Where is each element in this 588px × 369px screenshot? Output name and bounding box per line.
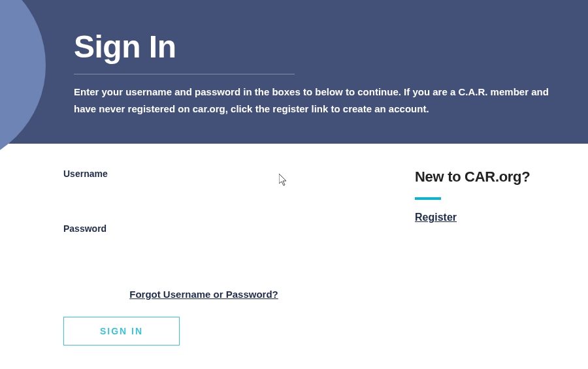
instructions-text: Enter your username and password in the … xyxy=(74,84,557,118)
main-panel: Username Password Forgot Username or Pas… xyxy=(49,144,588,365)
signin-form: Username Password Forgot Username or Pas… xyxy=(63,168,357,345)
forgot-link[interactable]: Forgot Username or Password? xyxy=(63,289,344,300)
sidebar: New to CAR.org? Register xyxy=(415,168,530,345)
password-label: Password xyxy=(63,223,357,234)
page-title: Sign In xyxy=(74,29,562,65)
signin-button[interactable]: SIGN IN xyxy=(63,317,180,345)
sidebar-underline xyxy=(415,197,441,200)
header-content: Sign In Enter your username and password… xyxy=(74,29,562,118)
username-field-group: Username xyxy=(63,168,357,202)
username-input[interactable] xyxy=(63,183,357,202)
password-field-group: Password xyxy=(63,223,357,257)
password-input[interactable] xyxy=(63,238,357,257)
register-link[interactable]: Register xyxy=(415,212,457,223)
sidebar-heading: New to CAR.org? xyxy=(415,168,530,185)
header-background: Sign In Enter your username and password… xyxy=(0,0,588,144)
accent-circle xyxy=(0,0,46,167)
username-label: Username xyxy=(63,168,357,179)
title-underline xyxy=(74,74,295,74)
